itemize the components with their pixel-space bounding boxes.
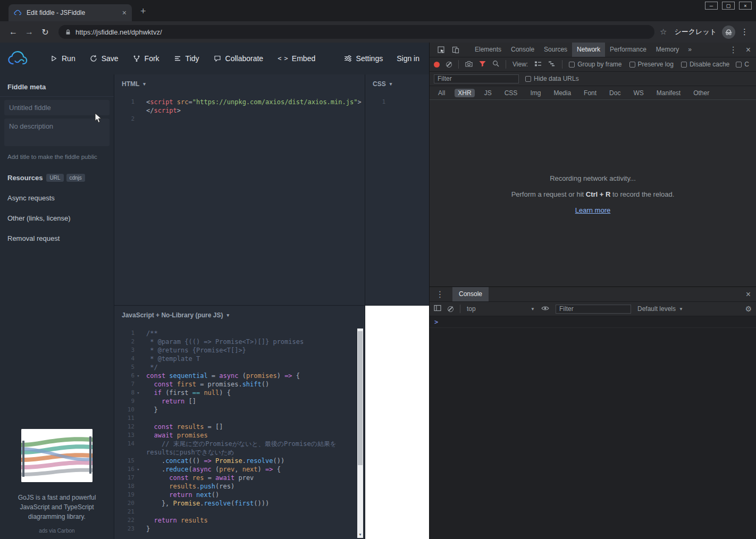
back-button[interactable]: ← xyxy=(5,27,21,37)
view-waterfall-icon[interactable] xyxy=(548,60,556,69)
network-type-filter-font[interactable]: Font xyxy=(581,89,600,97)
minimize-button[interactable]: ─ xyxy=(705,2,718,10)
network-type-filter-other[interactable]: Other xyxy=(690,89,712,97)
console-clear-icon[interactable] xyxy=(448,306,453,312)
clear-icon[interactable] xyxy=(446,62,452,68)
console-settings-gear-icon[interactable]: ⚙ xyxy=(745,305,752,313)
device-toolbar-icon[interactable] xyxy=(448,46,463,54)
new-tab-button[interactable]: + xyxy=(140,6,146,17)
settings-button[interactable]: Settings xyxy=(344,54,383,63)
checkbox[interactable] xyxy=(736,62,742,68)
devtools-tab-console[interactable]: Console xyxy=(506,43,539,57)
console-messages-area[interactable]: > xyxy=(430,316,756,539)
reload-button[interactable]: ↻ xyxy=(37,27,53,37)
css-panel-header[interactable]: CSS ▾ xyxy=(365,74,429,94)
devtools-tab-memory[interactable]: Memory xyxy=(651,43,684,57)
resource-badge-url[interactable]: URL xyxy=(46,174,63,182)
sidebar-link-async-requests[interactable]: Async requests xyxy=(0,182,114,202)
browser-tab[interactable]: Edit fiddle - JSFiddle × xyxy=(9,4,132,21)
capture-screenshots-icon[interactable] xyxy=(465,60,473,69)
checkbox[interactable] xyxy=(629,62,635,68)
resource-badge-cdnjs[interactable]: cdnjs xyxy=(66,174,85,182)
devtools-tab-performance[interactable]: Performance xyxy=(605,43,651,57)
ad-image[interactable] xyxy=(21,429,93,482)
learn-more-link[interactable]: Learn more xyxy=(575,206,610,214)
search-icon[interactable] xyxy=(492,60,499,69)
ad-text[interactable]: GoJS is a fast and powerful JavaScript a… xyxy=(14,493,100,521)
network-filter-input[interactable]: Filter xyxy=(434,74,519,83)
hide-data-urls-option[interactable]: Hide data URLs xyxy=(525,75,579,82)
network-type-filter-manifest[interactable]: Manifest xyxy=(653,89,684,97)
record-icon[interactable] xyxy=(434,62,440,68)
network-type-filter-xhr[interactable]: XHR xyxy=(455,89,474,97)
scroll-down-arrow-icon[interactable]: ▾ xyxy=(357,532,363,538)
checkbox[interactable] xyxy=(525,76,531,82)
network-type-filter-media[interactable]: Media xyxy=(550,89,574,97)
console-levels-dropdown[interactable]: Default levels ▼ xyxy=(637,305,683,313)
js-editor-scrollbar[interactable]: ▾ xyxy=(357,329,363,538)
drawer-close-icon[interactable]: × xyxy=(741,290,756,299)
run-button[interactable]: Run xyxy=(50,54,75,63)
fiddle-description-input[interactable]: No description xyxy=(4,119,110,146)
ad-attribution[interactable]: ads via Carbon xyxy=(0,528,114,534)
network-type-filter-css[interactable]: CSS xyxy=(501,89,521,97)
save-button[interactable]: Save xyxy=(90,54,119,63)
network-type-filter-ws[interactable]: WS xyxy=(630,89,646,97)
jsfiddle-logo[interactable] xyxy=(7,50,32,67)
js-editor[interactable]: 1/**2 * @param {(() => Promise<T>)[]} pr… xyxy=(114,325,365,539)
filter-funnel-icon[interactable] xyxy=(479,60,486,69)
html-panel-header[interactable]: HTML ▾ xyxy=(114,74,365,94)
clipped-option[interactable]: C xyxy=(736,61,749,68)
eye-icon[interactable] xyxy=(541,304,549,314)
drawer-menu-icon[interactable]: ⋮ xyxy=(433,289,447,299)
sidebar-link-removal-request[interactable]: Removal request xyxy=(0,222,114,242)
resources-section[interactable]: Resources URLcdnjs xyxy=(0,160,114,182)
js-panel-header[interactable]: JavaScript + No-Library (pure JS) ▾ xyxy=(114,306,365,325)
console-prompt-row[interactable]: > xyxy=(430,316,756,328)
network-type-filter-js[interactable]: JS xyxy=(481,89,495,97)
browser-menu-icon[interactable]: ⋮ xyxy=(741,27,749,37)
window-close-button[interactable]: × xyxy=(739,2,752,10)
devtools-tab-sources[interactable]: Sources xyxy=(539,43,572,57)
console-context-selector[interactable]: top ▼ xyxy=(467,305,535,313)
fold-arrow-icon[interactable]: ▾ xyxy=(135,389,142,397)
carbon-ad[interactable]: GoJS is a fast and powerful JavaScript a… xyxy=(0,429,114,534)
option-preserve-log[interactable]: Preserve log xyxy=(629,61,674,68)
maximize-button[interactable]: ▢ xyxy=(722,2,735,10)
tidy-button[interactable]: Tidy xyxy=(174,54,199,63)
checkbox[interactable] xyxy=(681,62,687,68)
option-disable-cache[interactable]: Disable cache xyxy=(681,61,729,68)
view-list-icon[interactable] xyxy=(534,60,542,69)
address-bar[interactable]: https://jsfiddle.net/dphwktvz/ xyxy=(58,25,654,39)
fiddle-title-input[interactable]: Untitled fiddle xyxy=(4,100,110,115)
sidebar-link-other-links-license-[interactable]: Other (links, license) xyxy=(0,202,114,222)
console-drawer-tab[interactable]: Console xyxy=(452,287,489,301)
scrollbar-thumb[interactable] xyxy=(358,331,363,465)
fork-icon xyxy=(133,55,140,62)
checkbox[interactable] xyxy=(569,62,575,68)
fiddle-meta-hint: Add title to make the fiddle public xyxy=(0,146,114,160)
network-type-filter-doc[interactable]: Doc xyxy=(606,89,624,97)
embed-button[interactable]: < > Embed xyxy=(278,54,315,63)
sign-in-button[interactable]: Sign in xyxy=(397,54,419,63)
network-type-filter-img[interactable]: Img xyxy=(527,89,544,97)
devtools-tab-network[interactable]: Network xyxy=(572,43,605,57)
bookmark-star-icon[interactable]: ☆ xyxy=(660,27,667,37)
html-editor[interactable]: 1<script src="https://unpkg.com/axios/di… xyxy=(114,94,365,305)
inspect-element-icon[interactable] xyxy=(434,46,448,54)
console-filter-input[interactable]: Filter xyxy=(556,305,631,314)
fork-button[interactable]: Fork xyxy=(133,54,159,63)
option-group-by-frame[interactable]: Group by frame xyxy=(569,61,621,68)
css-editor[interactable]: 1 xyxy=(365,94,429,305)
devtools-close-icon[interactable]: × xyxy=(741,45,756,55)
collaborate-button[interactable]: Collaborate xyxy=(214,54,264,63)
forward-button[interactable]: → xyxy=(21,27,37,37)
network-type-filter-all[interactable]: All xyxy=(435,89,448,97)
devtools-tab-elements[interactable]: Elements xyxy=(470,43,506,57)
devtools-menu-icon[interactable]: ⋮ xyxy=(726,45,741,55)
more-tabs-icon[interactable]: » xyxy=(684,43,696,57)
tab-close-icon[interactable]: × xyxy=(122,9,127,16)
fold-arrow-icon[interactable]: ▾ xyxy=(135,465,142,474)
fold-arrow-icon[interactable]: ▾ xyxy=(135,372,142,380)
console-sidebar-toggle-icon[interactable] xyxy=(434,304,441,314)
